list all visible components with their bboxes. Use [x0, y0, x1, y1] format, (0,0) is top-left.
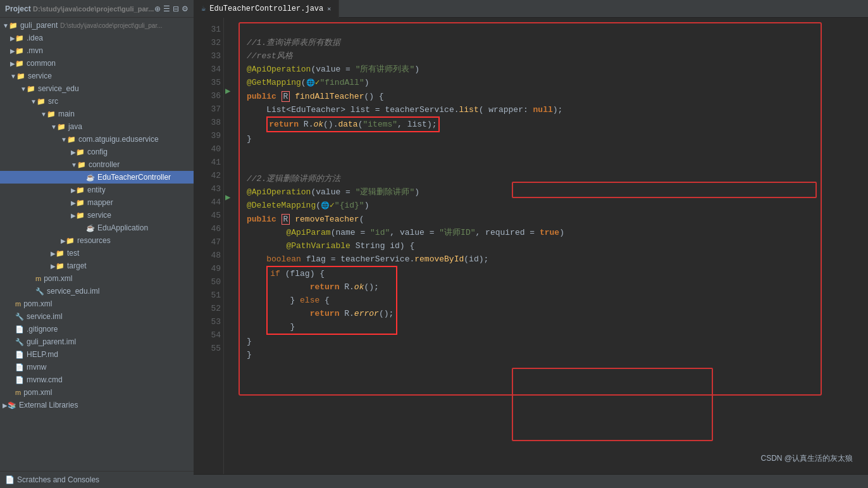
expand-arrow: ▶: [10, 47, 15, 54]
list-icon[interactable]: ☰: [163, 4, 170, 13]
tree-item-guli-parent-iml[interactable]: ▶ 🔧 guli_parent.iml: [0, 335, 194, 348]
tree-item-service-iml[interactable]: ▶ 🔧 service.iml: [0, 310, 194, 323]
expand-arrow: ▼: [10, 73, 16, 80]
tree-label: .idea: [27, 34, 43, 42]
tab-EduTeacherController[interactable]: ☕ EduTeacherController.java ✕: [194, 0, 339, 18]
folder-icon: 📁: [66, 237, 75, 245]
code-area[interactable]: //1.查询讲师表所有数据 //rest风格 @ApiOperation(val…: [239, 18, 868, 474]
tree-item-service[interactable]: ▼ 📁 service: [0, 70, 194, 82]
folder-icon: 📁: [15, 34, 24, 42]
tab-close-button[interactable]: ✕: [327, 5, 331, 13]
tree-label: common: [27, 59, 56, 68]
tree-label: External Libraries: [19, 401, 78, 410]
tree-label: pom.xml: [44, 274, 72, 283]
expand-arrow: ▶: [71, 199, 76, 206]
tree-label: guli_parent: [20, 21, 58, 30]
tree-item-gitignore[interactable]: ▶ 📄 .gitignore: [0, 323, 194, 335]
tree-item-pom-xml-edu[interactable]: ▶ m pom.xml: [0, 272, 194, 285]
expand-arrow: ▶: [71, 212, 76, 219]
main-editor: ☕ EduTeacherController.java ✕ 31 32 33 3…: [194, 0, 868, 488]
md-icon: 📄: [15, 351, 24, 359]
tree-item-test[interactable]: ▶ 📁 test: [0, 247, 194, 260]
tree-item-pom-xml-root[interactable]: ▶ m pom.xml: [0, 386, 194, 399]
sidebar: Project D:\study\java\code\project\guli_…: [0, 0, 194, 488]
tree-item-entity[interactable]: ▶ 📁 entity: [0, 184, 194, 196]
scratches-icon: 📄: [5, 475, 15, 484]
tree-item-mvnw[interactable]: ▶ 📄 mvnw: [0, 361, 194, 373]
expand-arrow: ▼: [3, 22, 9, 29]
tree-item-config[interactable]: ▶ 📁 config: [0, 146, 194, 158]
tree-label: mvnw: [27, 363, 46, 372]
tree-item-service-edu-iml[interactable]: ▶ 🔧 service_edu.iml: [0, 285, 194, 297]
sidebar-header: Project D:\study\java\code\project\guli_…: [0, 0, 194, 18]
tab-label: EduTeacherController.java: [209, 4, 323, 13]
sidebar-tree: ▼ 📁 guli_parent D:\study\java\code\proje…: [0, 18, 194, 471]
tree-item-external-libs[interactable]: ▶ 📚 External Libraries: [0, 399, 194, 411]
tree-label: main: [58, 109, 75, 118]
tree-item-pom-xml-service[interactable]: ▶ m pom.xml: [0, 297, 194, 310]
file-icon: 📄: [15, 376, 24, 384]
sync-icon[interactable]: ⊕: [154, 4, 161, 13]
folder-icon: 📁: [77, 161, 86, 169]
expand-arrow: ▼: [40, 111, 47, 118]
run-icon-36[interactable]: ▶: [225, 85, 230, 96]
tree-item-com-atguigu[interactable]: ▼ 📁 com.atguigu.eduservice: [0, 133, 194, 146]
folder-icon: 📁: [47, 110, 56, 118]
expand-arrow: ▶: [10, 35, 15, 42]
settings-icon[interactable]: ⚙: [182, 4, 189, 13]
tree-item-java[interactable]: ▼ 📁 java: [0, 120, 194, 133]
xml-file-icon: m: [15, 300, 21, 308]
expand-arrow: ▶: [71, 187, 76, 194]
iml-icon: 🔧: [15, 338, 24, 346]
tree-label: pom.xml: [23, 299, 52, 308]
tree-label: guli_parent.iml: [27, 337, 76, 346]
gutter: ▶ ▶: [224, 18, 239, 474]
expand-arrow: ▶: [10, 60, 15, 67]
file-icon: 📄: [15, 363, 24, 372]
expand-arrow: ▼: [20, 85, 27, 92]
tree-label: .gitignore: [27, 325, 58, 334]
xml-file-icon: m: [35, 275, 41, 282]
tree-item-guli_parent[interactable]: ▼ 📁 guli_parent D:\study\java\code\proje…: [0, 19, 194, 32]
tree-item-idea[interactable]: ▶ 📁 .idea: [0, 32, 194, 44]
file-icon: 📄: [15, 325, 24, 334]
editor-area[interactable]: 31 32 33 34 35 36 37 38 39 40 41 42 43 4…: [194, 18, 868, 474]
tree-item-mapper[interactable]: ▶ 📁 mapper: [0, 196, 194, 209]
iml-icon: 🔧: [15, 313, 24, 321]
folder-icon: 📁: [76, 211, 85, 220]
tree-label: pom.xml: [23, 388, 52, 397]
tree-item-main[interactable]: ▼ 📁 main: [0, 108, 194, 120]
tree-item-EduTeacherController[interactable]: ▶ ☕ EduTeacherController: [0, 171, 194, 184]
tree-item-service_edu[interactable]: ▼ 📁 service_edu: [0, 82, 194, 95]
tree-label: mapper: [87, 198, 113, 207]
tab-java-icon: ☕: [201, 4, 206, 13]
run-icon-44[interactable]: ▶: [225, 192, 230, 203]
folder-icon: 📁: [76, 148, 85, 156]
tree-item-resources[interactable]: ▶ 📁 resources: [0, 234, 194, 247]
tree-item-mvn[interactable]: ▶ 📁 .mvn: [0, 44, 194, 57]
tree-item-common[interactable]: ▶ 📁 common: [0, 57, 194, 70]
tree-label: resources: [77, 236, 111, 245]
tree-item-src[interactable]: ▼ 📁 src: [0, 95, 194, 108]
tree-label: service_edu.iml: [47, 287, 99, 296]
tree-label: service: [28, 72, 52, 80]
tree-label: service: [87, 211, 111, 220]
tree-label: .mvn: [27, 46, 43, 55]
folder-icon: 📁: [76, 186, 85, 194]
folder-icon: 📁: [57, 123, 66, 131]
line-numbers: 31 32 33 34 35 36 37 38 39 40 41 42 43 4…: [194, 18, 224, 474]
tree-label: mvnw.cmd: [27, 375, 63, 384]
tree-item-target[interactable]: ▶ 📁 target: [0, 260, 194, 272]
tree-item-service-inner[interactable]: ▶ 📁 service: [0, 209, 194, 222]
tree-item-help-md[interactable]: ▶ 📄 HELP.md: [0, 348, 194, 361]
tree-label: EduTeacherController: [97, 173, 171, 182]
expand-arrow: ▼: [71, 161, 77, 168]
tree-item-EduApplication[interactable]: ▶ ☕ EduApplication: [0, 222, 194, 234]
collapse-icon[interactable]: ⊟: [173, 4, 179, 13]
expand-arrow: ▼: [61, 136, 67, 143]
scratches-consoles[interactable]: 📄 Scratches and Consoles: [0, 471, 194, 488]
expand-arrow: ▶: [3, 402, 8, 409]
folder-icon: 📁: [27, 85, 35, 93]
tree-item-controller[interactable]: ▼ 📁 controller: [0, 158, 194, 171]
tree-item-mvnw-cmd[interactable]: ▶ 📄 mvnw.cmd: [0, 373, 194, 386]
